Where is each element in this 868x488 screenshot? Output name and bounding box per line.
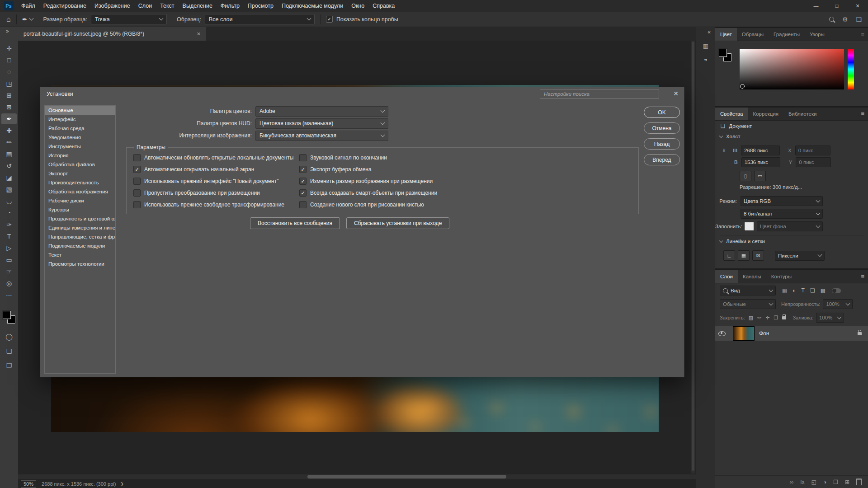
expand-toolbar-icon[interactable]: » — [6, 28, 9, 34]
minimize-icon[interactable]: — — [806, 0, 826, 12]
preferences-section-item[interactable]: Единицы измерения и линейки — [45, 223, 115, 232]
filter-toggle[interactable] — [832, 288, 841, 293]
preferences-section-item[interactable]: Курсоры — [45, 205, 115, 214]
close-window-icon[interactable]: ✕ — [847, 0, 868, 12]
home-icon[interactable]: ⌂ — [6, 15, 11, 23]
reset-messages-button[interactable]: Восстановить все сообщения — [250, 217, 340, 229]
canvas-width-field[interactable]: 2688 пикс — [741, 145, 780, 155]
preferences-section-item[interactable]: Обработка файлов — [45, 160, 115, 169]
panel-menu-icon[interactable]: ≡ — [861, 31, 864, 38]
link-layers-icon[interactable]: ∞ — [790, 479, 794, 485]
checkbox[interactable] — [133, 154, 141, 161]
search-icon[interactable] — [829, 17, 834, 22]
preferences-section-item[interactable]: История — [45, 151, 115, 160]
workspace-icon[interactable]: ❏ — [856, 16, 862, 23]
canvas-height-field[interactable]: 1536 пикс — [741, 157, 780, 167]
gear-icon[interactable]: ⚙ — [842, 16, 848, 23]
link-dimensions-icon[interactable]: ∞ — [721, 149, 727, 153]
foreground-color-swatch[interactable] — [3, 311, 11, 319]
shape-tool[interactable]: ▭ — [1, 254, 17, 265]
collapse-panels-icon[interactable]: « — [708, 29, 711, 35]
panel-tab[interactable]: Узоры — [805, 28, 830, 41]
preference-checkbox-row[interactable]: Пропустить преобразование при размещении — [133, 189, 299, 197]
color-cursor[interactable] — [740, 84, 745, 89]
field-dropdown[interactable]: Бикубическая автоматическая — [255, 131, 388, 141]
menu-item[interactable]: Справка — [368, 0, 399, 12]
panel-menu-icon[interactable]: ≡ — [861, 110, 864, 117]
filter-type-layers-icon[interactable]: T — [802, 287, 805, 294]
hue-slider[interactable] — [848, 49, 854, 89]
preferences-section-item[interactable]: Производительность — [45, 178, 115, 187]
foreground-color-swatch[interactable] — [719, 49, 727, 57]
panel-tab[interactable]: Цвет — [715, 28, 737, 41]
back-button[interactable]: Назад — [644, 138, 680, 150]
panel-tab[interactable]: Контуры — [766, 270, 797, 283]
close-dialog-icon[interactable]: ✕ — [673, 90, 679, 97]
checkbox[interactable] — [299, 166, 307, 173]
canvas-section-header[interactable]: Холст — [715, 134, 868, 139]
preferences-section-item[interactable]: Обработка изображения — [45, 187, 115, 196]
vertical-scrollbar-thumb[interactable] — [692, 42, 694, 471]
preference-checkbox-row[interactable]: Использовать прежний интерфейс "Новый до… — [133, 178, 299, 185]
preferences-section-item[interactable]: Основные — [45, 106, 115, 115]
layer-effects-icon[interactable]: fx — [800, 479, 804, 485]
bit-depth-dropdown[interactable]: 8 бит/канал — [741, 209, 823, 219]
eyedropper-tool-icon[interactable]: ✒ — [22, 16, 33, 23]
checkbox[interactable] — [299, 154, 307, 161]
lock-pixels-icon[interactable]: ✏ — [757, 315, 761, 321]
crop-tool[interactable]: ⊞ — [1, 90, 17, 101]
preferences-section-item[interactable]: Рабочие диски — [45, 196, 115, 205]
preferences-section-item[interactable]: Рабочая среда — [45, 124, 115, 133]
clone-stamp-tool[interactable]: ▤ — [1, 149, 17, 160]
panel-tab[interactable]: Образцы — [737, 28, 769, 41]
menu-item[interactable]: Слои — [134, 0, 156, 12]
ruler-icon[interactable]: ∟ — [723, 250, 735, 261]
zoom-level-field[interactable]: 50% — [21, 480, 36, 488]
healing-brush-tool[interactable]: ✚ — [1, 125, 17, 136]
frame-tool[interactable]: ⊠ — [1, 102, 17, 113]
checkbox[interactable] — [299, 189, 307, 197]
blur-tool[interactable]: ◡ — [1, 196, 17, 206]
horizontal-scrollbar-thumb[interactable] — [307, 475, 506, 479]
add-mask-icon[interactable]: ◱ — [811, 479, 816, 485]
panel-tab[interactable]: Каналы — [738, 270, 766, 283]
units-dropdown[interactable]: Пиксели — [775, 251, 825, 261]
menu-item[interactable]: Файл — [17, 0, 39, 12]
eyedropper-tool[interactable]: ✒ — [1, 113, 17, 124]
marquee-tool[interactable]: □ — [1, 55, 17, 66]
pen-tool[interactable]: ✑ — [1, 219, 17, 230]
quick-mask-icon[interactable]: ◯ — [1, 331, 17, 342]
checkbox[interactable] — [133, 166, 141, 173]
fill-dropdown[interactable]: Цвет фона — [757, 221, 823, 231]
document-tab[interactable]: portrait-beautiful-girl-sunset.jpeg @ 50… — [18, 27, 206, 41]
collapsed-panel-icon[interactable]: ▥ — [699, 40, 712, 52]
move-tool[interactable]: ✛ — [1, 43, 17, 54]
menu-item[interactable]: Выделение — [179, 0, 217, 12]
cancel-button[interactable]: Отмена — [644, 122, 680, 134]
object-selection-tool[interactable]: ◳ — [1, 78, 17, 89]
lock-transparency-icon[interactable]: ▨ — [749, 315, 753, 321]
path-selection-tool[interactable]: ▷ — [1, 243, 17, 253]
layer-filter-dropdown[interactable]: Вид — [720, 286, 776, 296]
comments-panel-icon[interactable]: ❞ — [699, 55, 712, 67]
lock-position-icon[interactable]: ✛ — [765, 315, 769, 321]
panel-tab[interactable]: Коррекция — [748, 108, 784, 120]
ok-button[interactable]: OK — [644, 107, 680, 118]
preference-checkbox-row[interactable]: Изменить размер изображения при размещен… — [299, 178, 616, 185]
panel-tab[interactable]: Свойства — [715, 108, 748, 120]
grid-icon[interactable]: ▦ — [738, 250, 750, 261]
saturation-brightness-field[interactable] — [740, 49, 844, 89]
rulers-section-header[interactable]: Линейки и сетки — [715, 239, 868, 244]
filter-pixel-layers-icon[interactable]: ▦ — [782, 287, 787, 294]
panel-menu-icon[interactable]: ≡ — [861, 273, 864, 280]
checkbox[interactable] — [299, 201, 307, 208]
preference-checkbox-row[interactable]: Звуковой сигнал по окончании — [299, 154, 616, 161]
new-layer-icon[interactable]: ⊞ — [845, 479, 849, 485]
reset-preferences-button[interactable]: Сбрасывать установки при выходе — [346, 217, 449, 229]
field-dropdown[interactable]: Цветовая шкала (маленькая) — [255, 118, 388, 129]
slices-icon[interactable]: ⊠ — [752, 250, 764, 261]
more-tools[interactable]: ⋯ — [1, 290, 17, 300]
color-mode-dropdown[interactable]: Цвета RGB — [741, 196, 823, 206]
preferences-section-item[interactable]: Подключаемые модули — [45, 241, 115, 250]
preference-checkbox-row[interactable]: Автоматически обновлять открытые локальн… — [133, 154, 299, 161]
